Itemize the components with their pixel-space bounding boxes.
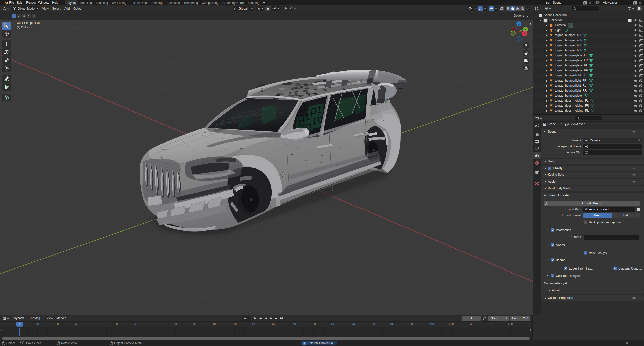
svg-text:Y: Y	[524, 28, 526, 31]
svg-text:X: X	[524, 32, 526, 35]
svg-text:Z: Z	[518, 22, 520, 25]
